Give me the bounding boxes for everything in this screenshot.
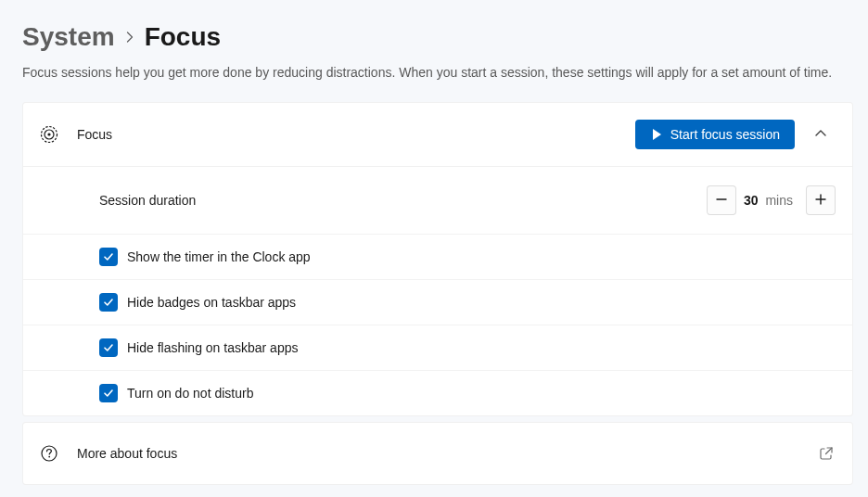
- check-icon: [103, 251, 114, 262]
- chevron-up-icon: [814, 127, 827, 143]
- check-icon: [103, 297, 114, 308]
- checkbox-show-timer[interactable]: [99, 248, 118, 266]
- breadcrumb-current: Focus: [145, 22, 221, 52]
- start-focus-session-button[interactable]: Start focus session: [635, 120, 795, 149]
- option-hide-flashing: Hide flashing on taskbar apps: [23, 325, 852, 370]
- session-duration-label: Session duration: [99, 193, 707, 208]
- focus-card-title: Focus: [77, 127, 635, 142]
- option-show-timer: Show the timer in the Clock app: [23, 234, 852, 279]
- page-description: Focus sessions help you get more done by…: [22, 65, 853, 80]
- session-duration-row: Session duration 30 mins: [23, 167, 852, 234]
- option-show-timer-label: Show the timer in the Clock app: [127, 249, 836, 264]
- more-about-focus-card[interactable]: More about focus: [22, 422, 853, 485]
- option-hide-flashing-label: Hide flashing on taskbar apps: [127, 340, 836, 355]
- checkbox-hide-badges[interactable]: [99, 293, 118, 312]
- breadcrumb-parent[interactable]: System: [22, 22, 115, 52]
- duration-value: 30: [744, 193, 759, 208]
- svg-line-8: [826, 448, 833, 454]
- play-icon: [650, 128, 663, 141]
- open-external-icon: [817, 444, 836, 463]
- chevron-right-icon: [124, 32, 135, 43]
- increase-duration-button[interactable]: [806, 185, 836, 215]
- duration-stepper: 30 mins: [707, 185, 836, 215]
- plus-icon: [815, 194, 826, 208]
- option-dnd: Turn on do not disturb: [23, 370, 852, 415]
- check-icon: [103, 342, 114, 353]
- focus-options: Session duration 30 mins: [23, 166, 852, 415]
- focus-card-header: Focus Start focus session: [23, 103, 852, 166]
- checkbox-dnd[interactable]: [99, 384, 118, 402]
- option-hide-badges: Hide badges on taskbar apps: [23, 279, 852, 325]
- collapse-button[interactable]: [806, 120, 836, 149]
- focus-icon: [40, 125, 58, 144]
- svg-point-7: [48, 456, 50, 458]
- option-dnd-label: Turn on do not disturb: [127, 386, 836, 401]
- start-focus-session-label: Start focus session: [670, 127, 780, 142]
- option-hide-badges-label: Hide badges on taskbar apps: [127, 295, 836, 310]
- help-icon: [40, 444, 58, 463]
- svg-point-2: [47, 133, 50, 135]
- minus-icon: [716, 194, 727, 208]
- more-about-focus-label: More about focus: [77, 446, 817, 461]
- duration-unit: mins: [765, 193, 793, 208]
- focus-card: Focus Start focus session Session durati…: [22, 102, 853, 416]
- breadcrumb: System Focus: [22, 22, 853, 52]
- check-icon: [103, 388, 114, 399]
- decrease-duration-button[interactable]: [707, 185, 736, 215]
- checkbox-hide-flashing[interactable]: [99, 338, 118, 357]
